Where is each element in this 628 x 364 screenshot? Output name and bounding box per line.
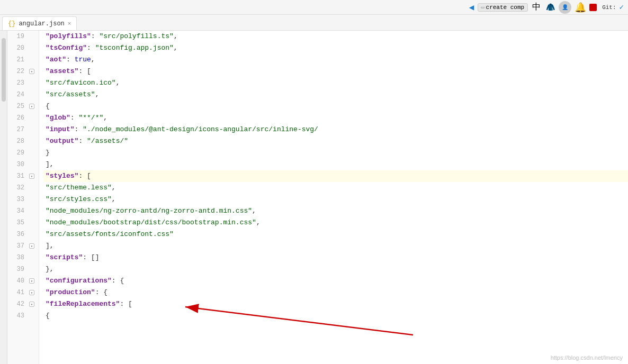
line-number: 22 <box>7 68 28 75</box>
gutter-row: 40▾ <box>7 275 39 287</box>
gutter-row: 31▾ <box>7 170 39 182</box>
line-number: 26 <box>7 114 28 122</box>
code-line[interactable]: ], <box>43 240 628 252</box>
fold-gutter: ▾ <box>28 243 36 249</box>
line-number: 21 <box>7 56 28 63</box>
line-number: 38 <box>7 254 28 261</box>
code-line[interactable]: "node_modules/ng-zorro-antd/ng-zorro-ant… <box>43 205 628 217</box>
code-line[interactable]: "glob": "**/*", <box>43 112 628 124</box>
code-line[interactable]: }, <box>43 263 628 275</box>
line-number-gutter: 19202122▾232425▾262728293031▾32333435363… <box>7 31 39 364</box>
tab-angular-json[interactable]: {} angular.json × <box>2 16 77 30</box>
code-line[interactable]: ], <box>43 159 628 170</box>
line-number: 34 <box>7 207 28 215</box>
line-number: 40 <box>7 277 28 285</box>
fold-arrow-icon[interactable]: ▾ <box>29 69 34 74</box>
code-line[interactable]: "scripts": [] <box>43 252 628 263</box>
avatar: 👤 <box>559 1 571 14</box>
notification-icon[interactable]: 🔔 <box>575 2 586 13</box>
fold-arrow-icon[interactable]: ▾ <box>29 278 34 284</box>
tab-label: angular.json <box>19 20 64 28</box>
code-line[interactable]: "src/theme.less", <box>43 182 628 194</box>
gutter-row: 41▾ <box>7 287 39 298</box>
line-number: 43 <box>7 312 28 320</box>
gutter-row: 28 <box>7 135 39 147</box>
code-area[interactable]: "polyfills": "src/polyfills.ts", "tsConf… <box>39 31 628 364</box>
line-number: 36 <box>7 231 28 238</box>
git-label: Git: <box>602 4 616 11</box>
line-number: 32 <box>7 184 28 192</box>
translate-icon[interactable]: 中 <box>531 2 542 13</box>
gutter-row: 23 <box>7 77 39 89</box>
code-line[interactable]: "fileReplacements": [ <box>43 298 628 310</box>
fold-gutter: ▾ <box>28 104 36 109</box>
gutter-row: 24 <box>7 89 39 101</box>
gutter-row: 19 <box>7 31 39 42</box>
line-number: 41 <box>7 289 28 296</box>
line-number: 27 <box>7 126 28 133</box>
gutter-row: 22▾ <box>7 66 39 77</box>
shirt-icon[interactable]: 🧥 <box>545 2 555 13</box>
create-comp-label: create comp <box>486 4 525 11</box>
fold-arrow-icon[interactable]: ▾ <box>29 290 34 295</box>
code-line[interactable]: "styles": [ <box>43 170 628 182</box>
code-line[interactable]: "assets": [ <box>43 66 628 77</box>
line-number: 24 <box>7 91 28 98</box>
fold-gutter: ▾ <box>28 278 36 284</box>
line-number: 31 <box>7 172 28 180</box>
fold-arrow-icon[interactable]: ▾ <box>29 104 34 109</box>
code-line[interactable]: "polyfills": "src/polyfills.ts", <box>43 31 628 42</box>
code-line[interactable]: "tsConfig": "tsconfig.app.json", <box>43 42 628 54</box>
left-scrollbar[interactable] <box>0 31 7 364</box>
create-comp-button[interactable]: ▭ create comp <box>478 3 528 12</box>
fold-gutter: ▾ <box>28 69 36 74</box>
code-line[interactable]: "src/assets/fonts/iconfont.css" <box>43 229 628 240</box>
tab-close-button[interactable]: × <box>68 21 71 27</box>
code-line[interactable]: "configurations": { <box>43 275 628 287</box>
code-line[interactable]: "node_modules/bootstrap/dist/css/bootstr… <box>43 217 628 229</box>
code-line[interactable]: "output": "/assets/" <box>43 135 628 147</box>
gutter-row: 37▾ <box>7 240 39 252</box>
line-number: 23 <box>7 79 28 87</box>
code-line[interactable]: } <box>43 147 628 159</box>
fold-arrow-icon[interactable]: ▾ <box>29 243 34 249</box>
gutter-row: 35 <box>7 217 39 229</box>
back-icon[interactable]: ◀ <box>469 2 474 13</box>
code-line[interactable]: "src/styles.css", <box>43 194 628 205</box>
line-number: 35 <box>7 219 28 226</box>
tab-bar: {} angular.json × <box>0 15 628 31</box>
gutter-row: 36 <box>7 229 39 240</box>
top-bar: ◀ ▭ create comp 中 🧥 👤 🔔 Git: ✓ <box>0 0 628 15</box>
code-line[interactable]: { <box>43 310 628 322</box>
code-line[interactable]: "aot": true, <box>43 54 628 66</box>
line-number: 37 <box>7 242 28 250</box>
fold-gutter: ▾ <box>28 302 36 307</box>
fold-gutter: ▾ <box>28 290 36 295</box>
gutter-row: 42▾ <box>7 298 39 310</box>
line-number: 28 <box>7 138 28 145</box>
gutter-row: 27 <box>7 124 39 135</box>
gutter-row: 26 <box>7 112 39 124</box>
git-check-icon[interactable]: ✓ <box>620 3 624 12</box>
editor-container: 19202122▾232425▾262728293031▾32333435363… <box>0 31 628 364</box>
code-line[interactable]: "production": { <box>43 287 628 298</box>
code-line[interactable]: { <box>43 101 628 112</box>
gutter-row: 33 <box>7 194 39 205</box>
gutter-row: 29 <box>7 147 39 159</box>
tab-icon-small: ▭ <box>481 4 485 11</box>
line-number: 33 <box>7 196 28 203</box>
code-line[interactable]: "src/assets", <box>43 89 628 101</box>
line-number: 29 <box>7 149 28 157</box>
tab-file-icon: {} <box>8 20 15 28</box>
line-number: 19 <box>7 33 28 40</box>
code-line[interactable]: "src/favicon.ico", <box>43 77 628 89</box>
fold-arrow-icon[interactable]: ▾ <box>29 174 34 179</box>
fold-arrow-icon[interactable]: ▾ <box>29 302 34 307</box>
line-number: 30 <box>7 161 28 168</box>
line-number: 20 <box>7 44 28 52</box>
gutter-row: 32 <box>7 182 39 194</box>
gutter-row: 34 <box>7 205 39 217</box>
watermark: https://blog.csdn.net/lmency <box>551 354 623 361</box>
line-number: 39 <box>7 266 28 273</box>
code-line[interactable]: "input": "./node_modules/@ant-design/ico… <box>43 124 628 135</box>
